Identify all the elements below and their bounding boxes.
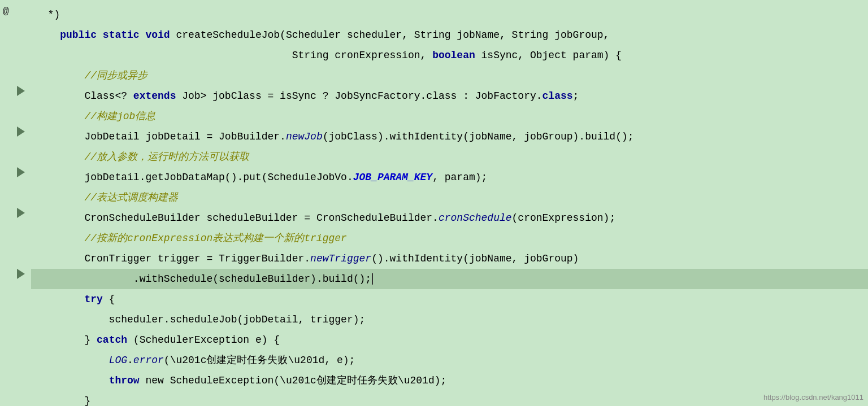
code-text: jobDetail.getJobDataMap().put(ScheduleJo…	[36, 172, 353, 183]
code-text: CronTrigger trigger = TriggerBuilder.	[36, 253, 310, 264]
code-text: JobDetail jobDetail = JobBuilder.	[36, 131, 286, 142]
method-error: error	[133, 355, 164, 366]
code-text	[36, 375, 109, 386]
code-line: try {	[31, 289, 868, 309]
code-text	[140, 29, 146, 41]
code-text: *)	[36, 9, 60, 20]
code-text: (SchedulerException e) {	[127, 334, 280, 346]
keyword-catch: catch	[97, 334, 127, 346]
code-text: .	[127, 355, 133, 366]
arrow-marker-2	[17, 126, 27, 137]
code-line: //按新的cronExpression表达式构建一个新的trigger	[31, 228, 868, 248]
arrow-marker-3	[17, 167, 27, 177]
code-content: *) public static void createScheduleJob(…	[31, 0, 868, 406]
code-line: CronScheduleBuilder scheduleBuilder = Cr…	[31, 208, 868, 228]
code-text: isSync, Object param) {	[475, 50, 622, 61]
cursor	[372, 273, 379, 285]
code-line: //表达式调度构建器	[31, 187, 868, 208]
code-text: ;	[573, 90, 579, 102]
keyword-void: void	[145, 29, 170, 41]
comment-text: //放入参数，运行时的方法可以获取	[36, 151, 249, 163]
comment-text: //按新的cronExpression表达式构建一个新的trigger	[36, 233, 347, 244]
method-log: LOG	[109, 355, 127, 366]
code-text: (cronExpression);	[512, 212, 616, 224]
code-line: String cronExpression, boolean isSync, O…	[31, 45, 868, 66]
code-line: }	[31, 391, 868, 406]
code-text: ().withIdentity(jobName, jobGroup)	[371, 253, 579, 264]
watermark: https://blog.csdn.net/kang1011	[763, 393, 863, 401]
code-text: }	[36, 334, 97, 346]
code-line: LOG.error(\u201c创建定时任务失败\u201d, e);	[31, 350, 868, 370]
code-text	[36, 294, 84, 305]
keyword-boolean: boolean	[432, 50, 475, 61]
method-text: newJob	[286, 131, 323, 142]
code-text: (jobClass).withIdentity(jobName, jobGrou…	[323, 131, 634, 142]
code-text: CronScheduleBuilder scheduleBuilder = Cr…	[36, 212, 439, 224]
code-line: throw new ScheduleException(\u201c创建定时任务…	[31, 370, 868, 391]
code-line: //构建job信息	[31, 106, 868, 126]
code-line: *)	[31, 5, 868, 25]
code-line: public static void createScheduleJob(Sch…	[31, 25, 868, 45]
code-text: Class<?	[36, 90, 133, 102]
code-text: Job> jobClass = isSync ? JobSyncFactory.…	[176, 90, 542, 102]
code-text	[36, 355, 109, 366]
code-line: CronTrigger trigger = TriggerBuilder.new…	[31, 248, 868, 269]
code-text: createScheduleJob(Scheduler scheduler, S…	[170, 29, 610, 41]
at-symbol: @	[3, 6, 9, 17]
code-line-cursor: .withSchedule(scheduleBuilder).build();	[31, 269, 868, 289]
comment-text: //表达式调度构建器	[36, 192, 178, 203]
method-text: newTrigger	[310, 253, 371, 264]
arrow-marker-4	[17, 208, 27, 218]
code-container: @ *) public static void createScheduleJo…	[0, 0, 868, 406]
code-text: , param);	[432, 172, 487, 183]
keyword-extends: extends	[133, 90, 176, 102]
code-line: scheduler.scheduleJob(jobDetail, trigger…	[31, 309, 868, 330]
keyword-try: try	[84, 294, 102, 305]
code-text	[36, 29, 60, 41]
code-line: Class<? extends Job> jobClass = isSync ?…	[31, 86, 868, 106]
comment-text: //同步或异步	[36, 70, 147, 81]
keyword-public: public	[60, 29, 97, 41]
code-text: new ScheduleException(\u201c创建定时任务失败\u20…	[140, 375, 447, 386]
arrow-marker-1	[17, 86, 27, 96]
code-text	[97, 29, 103, 41]
code-line: } catch (SchedulerException e) {	[31, 330, 868, 350]
code-text: String cronExpression,	[36, 50, 432, 61]
code-line: jobDetail.getJobDataMap().put(ScheduleJo…	[31, 167, 868, 187]
code-line: JobDetail jobDetail = JobBuilder.newJob(…	[31, 126, 868, 147]
static-field: JOB_PARAM_KEY	[353, 172, 432, 183]
code-text: .withSchedule(scheduleBuilder).build();	[36, 273, 371, 285]
code-text: {	[103, 294, 115, 305]
code-line: //同步或异步	[31, 66, 868, 86]
keyword-class: class	[542, 90, 573, 102]
code-text: }	[36, 395, 90, 406]
keyword-static: static	[103, 29, 140, 41]
code-text: scheduler.scheduleJob(jobDetail, trigger…	[36, 314, 365, 325]
code-text: (\u201c创建定时任务失败\u201d, e);	[164, 355, 355, 366]
keyword-throw: throw	[109, 375, 140, 386]
comment-text: //构建job信息	[36, 111, 155, 122]
method-text: cronSchedule	[439, 212, 512, 224]
arrow-marker-5	[17, 269, 27, 279]
code-line: //放入参数，运行时的方法可以获取	[31, 147, 868, 167]
